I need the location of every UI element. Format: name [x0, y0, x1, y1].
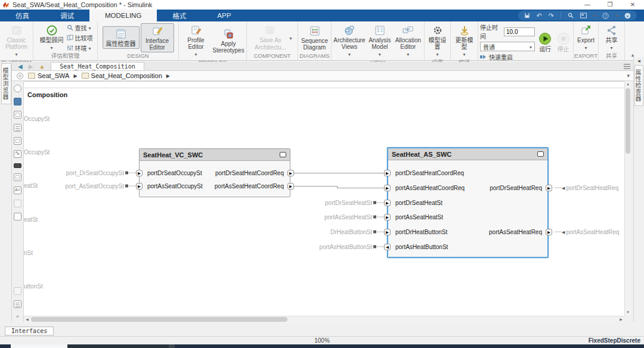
- dock-arrow-icon[interactable]: ◄: [634, 57, 644, 65]
- area-icon[interactable]: [14, 213, 21, 220]
- interface-editor-button[interactable]: Interface Editor: [141, 23, 174, 52]
- output-port-icon[interactable]: [546, 229, 552, 235]
- fast-restart-toggle[interactable]: 快速重启: [480, 52, 535, 61]
- save-as-architecture-button[interactable]: Save As Architectu...: [252, 23, 288, 52]
- model-tab[interactable]: Seat_Heat_Composition: [51, 62, 144, 70]
- account-icon[interactable]: [624, 13, 631, 19]
- annotation-icon[interactable]: [14, 187, 21, 194]
- input-port-icon[interactable]: [384, 170, 391, 176]
- input-port-icon[interactable]: [384, 200, 391, 206]
- zoom-dropdown-caret-icon[interactable]: [593, 11, 596, 20]
- input-port-icon[interactable]: [384, 214, 391, 220]
- compare-button[interactable]: 比较项: [67, 33, 93, 42]
- collapse-component-icon[interactable]: [280, 152, 286, 157]
- viewport-icon[interactable]: [14, 111, 21, 119]
- model-browser-tab[interactable]: 模型浏览器: [1, 63, 11, 104]
- scroll-right-icon[interactable]: ▶: [618, 316, 624, 322]
- vertical-scrollbar[interactable]: ▲ ▼: [624, 81, 631, 316]
- group-settings: 模型设置 设置: [425, 21, 451, 60]
- architecture-views-button[interactable]: Architecture Views: [333, 23, 366, 59]
- allocation-editor-button[interactable]: Allocation Editor: [394, 23, 422, 59]
- undo-icon[interactable]: ↶: [537, 11, 542, 20]
- stop-button[interactable]: 停止: [555, 30, 571, 54]
- analysis-model-button[interactable]: Analysis Model: [367, 23, 393, 59]
- interfaces-panel-tab[interactable]: Interfaces: [5, 327, 54, 335]
- share-button[interactable]: 共享: [600, 23, 623, 52]
- window-icon[interactable]: [14, 124, 21, 132]
- environment-button[interactable]: 环境: [67, 44, 93, 52]
- scroll-down-icon[interactable]: ▼: [625, 309, 631, 316]
- signal-scope-icon[interactable]: [14, 150, 21, 158]
- input-port-icon[interactable]: [136, 183, 143, 189]
- connector-wire[interactable]: [337, 188, 384, 188]
- horizontal-scroll-thumb[interactable]: [31, 317, 287, 322]
- output-port-icon[interactable]: [546, 185, 552, 191]
- redo-icon[interactable]: ↷: [549, 11, 554, 20]
- subsystem-icon[interactable]: [14, 137, 21, 145]
- model-settings-button[interactable]: 模型设置: [426, 23, 448, 59]
- help-dropdown-caret-icon[interactable]: [615, 11, 618, 20]
- collapse-palette-icon[interactable]: «: [16, 313, 19, 322]
- stop-time-input[interactable]: [504, 27, 535, 36]
- update-model-button[interactable]: 更新模型: [453, 23, 476, 59]
- stamp-icon[interactable]: [14, 300, 21, 308]
- connector-wire[interactable]: [293, 186, 338, 187]
- sequence-diagram-button[interactable]: Sequence Diagram: [300, 23, 329, 52]
- tab-format[interactable]: 格式: [157, 10, 202, 21]
- input-port-icon[interactable]: [384, 185, 391, 191]
- image-icon[interactable]: [14, 200, 21, 207]
- minimize-button[interactable]: —: [576, 0, 599, 10]
- zoom-fit-icon[interactable]: [14, 98, 21, 105]
- property-inspector-button[interactable]: 属性检查器: [103, 26, 140, 49]
- collapse-component-icon[interactable]: [537, 151, 544, 157]
- hide-markup-icon[interactable]: [14, 85, 21, 92]
- camera-icon[interactable]: [14, 287, 21, 295]
- breadcrumb-item-composition[interactable]: Seat_Heat_Composition: [82, 72, 162, 79]
- simulation-mode-select[interactable]: 普通: [480, 42, 535, 51]
- search-icon[interactable]: [568, 13, 574, 18]
- component-header[interactable]: SeatHeat_AS_SWC: [388, 148, 547, 160]
- input-port-icon[interactable]: [384, 229, 391, 235]
- zoom-level-icon[interactable]: [580, 13, 587, 18]
- model-advisor-button[interactable]: 模型顾问: [38, 23, 66, 52]
- find-button[interactable]: 查找: [67, 23, 93, 32]
- scroll-up-icon[interactable]: ▲: [625, 81, 631, 88]
- diagram-canvas[interactable]: Composition OccupySt OccupySt eatSt eatS…: [24, 81, 624, 316]
- forward-icon[interactable]: ▶: [29, 63, 33, 70]
- output-port-icon[interactable]: [287, 170, 294, 176]
- tab-modeling[interactable]: MODELING: [89, 10, 157, 21]
- input-port-icon[interactable]: [136, 170, 143, 176]
- connector-wire[interactable]: [293, 173, 384, 173]
- tab-debug[interactable]: 调试: [45, 10, 89, 21]
- dark-band-icon[interactable]: [14, 163, 21, 168]
- back-icon[interactable]: ◀: [18, 63, 23, 70]
- apply-stereotypes-button[interactable]: Apply Stereotypes: [212, 26, 244, 55]
- tab-app[interactable]: APP: [202, 10, 246, 21]
- save-as-dropdown-caret-icon[interactable]: [289, 34, 292, 41]
- horizontal-scrollbar[interactable]: ◀ ▶: [24, 316, 624, 322]
- signal-badge-icon[interactable]: [14, 173, 21, 181]
- help-icon[interactable]: ?: [602, 13, 609, 19]
- restore-button[interactable]: ❐: [599, 0, 621, 10]
- classic-platform-button[interactable]: Classic Platform: [2, 23, 31, 59]
- navigate-icon[interactable]: [17, 73, 23, 79]
- output-port-icon[interactable]: [384, 244, 391, 250]
- profile-editor-button[interactable]: Profile Editor: [181, 23, 211, 59]
- component-header[interactable]: SeatHeat_VC_SWC: [140, 149, 290, 161]
- stop-time-label: 停止时间: [480, 23, 501, 41]
- export-button[interactable]: Export: [575, 23, 596, 52]
- up-to-parent-icon[interactable]: ▲: [39, 63, 45, 70]
- run-button[interactable]: 运行: [536, 30, 554, 54]
- breadcrumb-item-root[interactable]: Seat_SWA: [28, 72, 69, 79]
- tab-simulation[interactable]: 仿真: [0, 10, 45, 21]
- output-port-icon[interactable]: [287, 183, 294, 189]
- breadcrumb-dropdown-icon[interactable]: ▾: [627, 73, 630, 79]
- save-icon[interactable]: [524, 13, 530, 18]
- collapse-ribbon-icon[interactable]: ▴: [625, 21, 640, 60]
- scroll-left-icon[interactable]: ◀: [24, 316, 30, 322]
- tab-list-icon[interactable]: [620, 62, 633, 70]
- property-inspector-tab[interactable]: 属性检查器: [634, 65, 643, 106]
- solver-name[interactable]: FixedStepDiscrete: [589, 337, 640, 344]
- close-button[interactable]: ✕: [621, 0, 644, 10]
- vertical-scroll-thumb[interactable]: [626, 88, 630, 154]
